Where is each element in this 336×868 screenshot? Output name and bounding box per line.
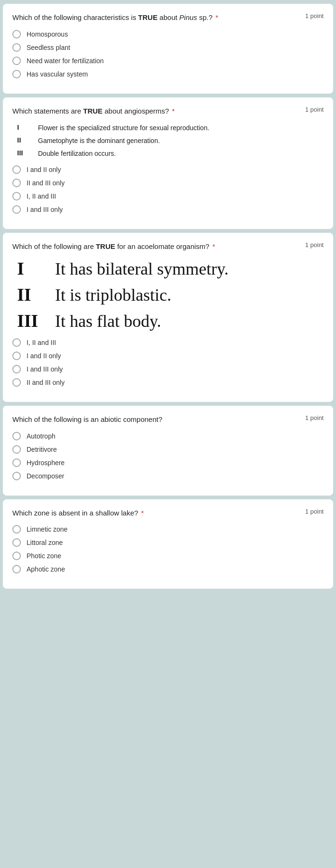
option-label-2-3: I, II and III bbox=[27, 192, 56, 200]
option-label-5-4: Aphotic zone bbox=[27, 565, 65, 573]
question-2: Which statements are TRUE about angiospe… bbox=[3, 97, 333, 229]
radio-5-1[interactable] bbox=[12, 525, 21, 534]
question-3-header: Which of the following are TRUE for an a… bbox=[12, 241, 324, 252]
option-label-2-1: I and II only bbox=[27, 166, 61, 173]
question-5: Which zone is absent in a shallow lake? … bbox=[3, 499, 333, 589]
statement-2-2: II Gametophyte is the dominant generatio… bbox=[17, 136, 324, 146]
option-4-1[interactable]: Autotroph bbox=[12, 432, 324, 440]
radio-2-2[interactable] bbox=[12, 179, 21, 187]
question-5-points: 1 point bbox=[305, 508, 324, 515]
statement-3-2: II It is triploblastic. bbox=[17, 285, 324, 305]
option-label-2-2: II and III only bbox=[27, 179, 65, 187]
radio-5-3[interactable] bbox=[12, 552, 21, 560]
stmt-text-2-1: Flower is the specialized structure for … bbox=[38, 123, 324, 133]
radio-1-3[interactable] bbox=[12, 57, 21, 65]
radio-2-4[interactable] bbox=[12, 205, 21, 214]
stmt-num-3-2: II bbox=[17, 285, 55, 305]
option-label-5-2: Littoral zone bbox=[27, 539, 63, 546]
statements-large-3: I It has bilateral symmetry. II It is tr… bbox=[17, 259, 324, 332]
option-5-3[interactable]: Photic zone bbox=[12, 552, 324, 560]
question-2-points: 1 point bbox=[305, 106, 324, 113]
radio-3-3[interactable] bbox=[12, 365, 21, 373]
option-label-5-3: Photic zone bbox=[27, 552, 61, 560]
radio-5-2[interactable] bbox=[12, 538, 21, 547]
stmt-num-3-1: I bbox=[17, 259, 55, 279]
option-label-4-2: Detritivore bbox=[27, 446, 57, 453]
statement-3-1: I It has bilateral symmetry. bbox=[17, 259, 324, 279]
statements-table-2: I Flower is the specialized structure fo… bbox=[17, 123, 324, 159]
radio-4-2[interactable] bbox=[12, 445, 21, 454]
option-4-4[interactable]: Decomposer bbox=[12, 472, 324, 480]
option-2-2[interactable]: II and III only bbox=[12, 179, 324, 187]
radio-4-3[interactable] bbox=[12, 458, 21, 467]
option-5-1[interactable]: Limnetic zone bbox=[12, 525, 324, 534]
option-3-2[interactable]: I and II only bbox=[12, 352, 324, 360]
option-1-2[interactable]: Seedless plant bbox=[12, 43, 324, 52]
question-5-header: Which zone is absent in a shallow lake? … bbox=[12, 508, 324, 519]
stmt-text-2-2: Gametophyte is the dominant generation. bbox=[38, 136, 324, 146]
required-indicator-2: * bbox=[170, 107, 175, 115]
question-3-points: 1 point bbox=[305, 241, 324, 248]
option-label-1-3: Need water for fertilization bbox=[27, 57, 104, 65]
option-5-2[interactable]: Littoral zone bbox=[12, 538, 324, 547]
option-label-1-2: Seedless plant bbox=[27, 44, 70, 51]
required-indicator-5: * bbox=[139, 509, 144, 517]
option-label-3-2: I and II only bbox=[27, 352, 61, 360]
statement-2-1: I Flower is the specialized structure fo… bbox=[17, 123, 324, 133]
question-4-text: Which of the following is an abiotic com… bbox=[12, 414, 299, 425]
required-indicator: * bbox=[214, 13, 218, 21]
option-label-1-4: Has vascular system bbox=[27, 70, 88, 78]
stmt-num-2-2: II bbox=[17, 136, 38, 144]
question-1-header: Which of the following characteristics i… bbox=[12, 12, 324, 23]
option-label-3-1: I, II and III bbox=[27, 339, 56, 346]
radio-1-4[interactable] bbox=[12, 70, 21, 78]
radio-4-1[interactable] bbox=[12, 432, 21, 440]
option-5-4[interactable]: Aphotic zone bbox=[12, 565, 324, 573]
option-label-3-4: II and III only bbox=[27, 379, 65, 386]
option-3-4[interactable]: II and III only bbox=[12, 378, 324, 387]
stmt-text-3-1: It has bilateral symmetry. bbox=[55, 259, 324, 279]
question-2-text: Which statements are TRUE about angiospe… bbox=[12, 106, 299, 117]
option-4-2[interactable]: Detritivore bbox=[12, 445, 324, 454]
option-label-1-1: Homosporous bbox=[27, 30, 68, 38]
option-label-2-4: I and III only bbox=[27, 206, 63, 213]
stmt-text-3-2: It is triploblastic. bbox=[55, 285, 324, 305]
radio-4-4[interactable] bbox=[12, 472, 21, 480]
question-4-points: 1 point bbox=[305, 414, 324, 421]
stmt-text-2-3: Double fertilization occurs. bbox=[38, 149, 324, 159]
question-4: Which of the following is an abiotic com… bbox=[3, 406, 333, 496]
question-2-header: Which statements are TRUE about angiospe… bbox=[12, 106, 324, 117]
option-3-1[interactable]: I, II and III bbox=[12, 338, 324, 347]
option-label-4-1: Autotroph bbox=[27, 432, 56, 440]
required-indicator-3: * bbox=[210, 242, 215, 250]
option-2-3[interactable]: I, II and III bbox=[12, 192, 324, 200]
radio-2-1[interactable] bbox=[12, 165, 21, 174]
statement-3-3: III It has flat body. bbox=[17, 311, 324, 332]
question-1-points: 1 point bbox=[305, 12, 324, 19]
question-5-text: Which zone is absent in a shallow lake? … bbox=[12, 508, 299, 519]
option-4-3[interactable]: Hydrosphere bbox=[12, 458, 324, 467]
option-1-3[interactable]: Need water for fertilization bbox=[12, 57, 324, 65]
radio-5-4[interactable] bbox=[12, 565, 21, 573]
radio-2-3[interactable] bbox=[12, 192, 21, 200]
question-4-header: Which of the following is an abiotic com… bbox=[12, 414, 324, 425]
stmt-num-2-1: I bbox=[17, 123, 38, 131]
option-3-3[interactable]: I and III only bbox=[12, 365, 324, 373]
radio-3-4[interactable] bbox=[12, 378, 21, 387]
radio-3-2[interactable] bbox=[12, 352, 21, 360]
option-label-5-1: Limnetic zone bbox=[27, 525, 67, 533]
option-label-3-3: I and III only bbox=[27, 365, 63, 373]
question-3-text: Which of the following are TRUE for an a… bbox=[12, 241, 299, 252]
option-2-4[interactable]: I and III only bbox=[12, 205, 324, 214]
statement-2-3: III Double fertilization occurs. bbox=[17, 149, 324, 159]
option-label-4-4: Decomposer bbox=[27, 472, 64, 480]
option-1-1[interactable]: Homosporous bbox=[12, 30, 324, 38]
option-1-4[interactable]: Has vascular system bbox=[12, 70, 324, 78]
radio-1-1[interactable] bbox=[12, 30, 21, 38]
radio-3-1[interactable] bbox=[12, 338, 21, 347]
option-2-1[interactable]: I and II only bbox=[12, 165, 324, 174]
stmt-num-2-3: III bbox=[17, 149, 38, 157]
radio-1-2[interactable] bbox=[12, 43, 21, 52]
question-3: Which of the following are TRUE for an a… bbox=[3, 233, 333, 402]
question-1: Which of the following characteristics i… bbox=[3, 4, 333, 94]
